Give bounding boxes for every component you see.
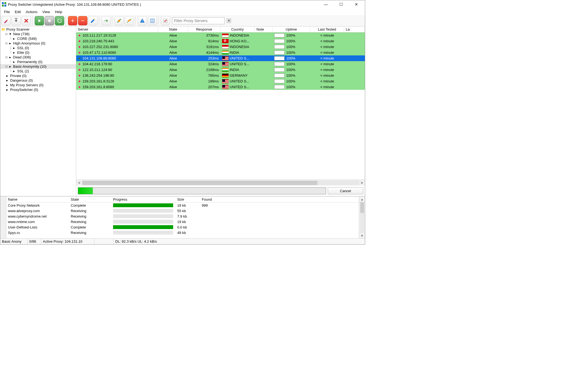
wizard-button[interactable]	[1, 16, 11, 25]
svg-rect-3	[4, 5, 6, 7]
stop-button[interactable]	[45, 16, 54, 25]
tree-basic-anon[interactable]: ⊟▸Basic Anonymity (10)	[0, 64, 76, 69]
col-state[interactable]: State	[158, 26, 188, 32]
table-row[interactable]: 103.111.217.19:3128Alive3730msINDONESIA1…	[76, 32, 365, 38]
menu-actions[interactable]: Actions	[23, 9, 40, 14]
download-row[interactable]: www.cybersyndrome.netReceiving7.9 kb	[6, 213, 359, 219]
proxy-status-icon	[78, 45, 81, 49]
main-progress-bar	[78, 187, 326, 194]
col-last-tested[interactable]: Last Tested	[310, 26, 344, 32]
folder-icon: ▸	[12, 51, 16, 55]
col-la[interactable]: La	[344, 26, 365, 32]
delete-button[interactable]	[22, 16, 31, 25]
maximize-button[interactable]: ☐	[336, 1, 346, 7]
tree-dangerous[interactable]: ▸Dangerous (0)	[0, 78, 76, 83]
warning-button[interactable]: !	[138, 16, 147, 25]
cancel-button[interactable]: Cancel	[328, 187, 363, 194]
connect-button[interactable]	[114, 16, 124, 25]
menu-file[interactable]: File	[2, 9, 12, 14]
tree-ssl2[interactable]: └▸SSL (2)	[0, 69, 76, 73]
tree-high-anon[interactable]: ⊟▸High Anonymous (0)	[0, 41, 76, 46]
disconnect-button[interactable]	[125, 16, 134, 25]
table-row[interactable]: 159.203.161.8:3128Alive199msUNITED S...1…	[76, 78, 365, 84]
bcol-size[interactable]: Size	[176, 197, 200, 202]
proxy-status-icon	[78, 34, 81, 37]
folder-icon: ▸	[5, 88, 9, 92]
menu-help[interactable]: Help	[53, 9, 64, 14]
app-icon	[2, 2, 6, 7]
download-row[interactable]: Spys.ruReceiving49 kb	[6, 230, 359, 235]
list-button[interactable]	[148, 16, 157, 25]
download-button[interactable]	[11, 16, 21, 25]
col-note[interactable]: Note	[255, 26, 273, 32]
download-progress	[113, 214, 173, 218]
table-row[interactable]: 136.243.254.196:80Alive785msGERMANY100%<…	[76, 73, 365, 78]
table-row[interactable]: 103.47.172.110:8080Alive4144msINDIA100%<…	[76, 50, 365, 55]
bcol-state[interactable]: State	[69, 197, 111, 202]
proxy-status-icon	[78, 74, 81, 77]
proxy-status-icon	[78, 40, 81, 43]
grid-header: Server State Response Country Note Uptim…	[76, 26, 365, 32]
scroll-left-button[interactable]: <	[76, 180, 82, 186]
remove-button[interactable]	[78, 16, 87, 25]
check-button[interactable]	[161, 16, 170, 25]
tree-new[interactable]: ⊟✦New (738)	[0, 32, 76, 36]
table-row[interactable]: 104.131.109.66:8080Alive253msUNITED S...…	[76, 55, 365, 61]
refresh-button[interactable]	[55, 16, 64, 25]
scroll-up-button[interactable]: ▲	[361, 197, 364, 202]
col-response[interactable]: Response	[188, 26, 220, 32]
uptime-bar	[274, 56, 285, 60]
download-progress	[113, 220, 173, 224]
bottom-panel: Name State Progress Size Found Core Prox…	[0, 196, 365, 238]
download-row[interactable]: www.aliveproxy.comReceiving55 kb	[6, 208, 359, 213]
tree-dead[interactable]: ⊟▸Dead (308)	[0, 55, 76, 60]
horizontal-scrollbar[interactable]: < >	[76, 180, 365, 186]
tree-elite[interactable]: └▸Elite (0)	[0, 50, 76, 55]
col-server[interactable]: Server	[76, 26, 158, 32]
filter-clear-button[interactable]: ✕	[226, 18, 231, 23]
tree-perm[interactable]: └▸Permanently (0)	[0, 60, 76, 64]
scroll-right-button[interactable]: >	[359, 180, 365, 186]
tree-ssl1[interactable]: ├▸SSL (0)	[0, 46, 76, 50]
filter-input[interactable]	[172, 18, 224, 23]
grid-body[interactable]: 103.111.217.19:3128Alive3730msINDONESIA1…	[76, 32, 365, 180]
table-row[interactable]: 103.218.240.75:443Alive914msHONG KO...10…	[76, 38, 365, 44]
download-progress	[113, 209, 173, 213]
proxy-status-icon	[78, 51, 81, 54]
play-button[interactable]	[35, 16, 44, 25]
download-row[interactable]: Core Proxy NetworkComplete18 kb999	[6, 203, 359, 208]
scroll-track[interactable]	[82, 181, 359, 185]
tree-my-proxy[interactable]: ▸My Proxy Servers (0)	[0, 83, 76, 87]
tree-private[interactable]: ▸Private (0)	[0, 73, 76, 78]
col-country[interactable]: Country	[220, 26, 255, 32]
download-progress	[113, 225, 173, 229]
edit-button[interactable]	[88, 16, 97, 25]
folder-icon: 📁	[1, 28, 5, 31]
tree-proxyswitcher[interactable]: ▸ProxySwitcher (0)	[0, 87, 76, 92]
minimize-button[interactable]: —	[321, 1, 330, 7]
bcol-name[interactable]: Name	[6, 197, 69, 202]
bottom-vertical-scrollbar[interactable]: ▲ ▼	[359, 197, 365, 238]
table-row[interactable]: 122.15.211.124:80Alive2199msINDIA100%< m…	[76, 67, 365, 73]
col-uptime[interactable]: Uptime	[273, 26, 310, 32]
menu-view[interactable]: View	[40, 9, 52, 14]
download-row[interactable]: www.nntime.comReceiving19 kb	[6, 219, 359, 224]
download-row[interactable]: User-Defined-ListsComplete0.0 kb	[6, 224, 359, 230]
bcol-found[interactable]: Found	[200, 197, 225, 202]
add-button[interactable]	[68, 16, 77, 25]
tree-core[interactable]: └▸CORE (549)	[0, 36, 76, 41]
table-row[interactable]: 104.42.216.178:80Alive324msUNITED S...10…	[76, 61, 365, 67]
close-button[interactable]: ✕	[352, 1, 361, 7]
scroll-down-button[interactable]: ▼	[361, 233, 364, 238]
bcol-progress[interactable]: Progress	[111, 197, 176, 202]
svg-point-5	[8, 18, 8, 19]
table-row[interactable]: 159.203.161.8:8080Alive207msUNITED S...1…	[76, 84, 365, 90]
menubar: File Edit Actions View Help	[0, 8, 365, 15]
folder-icon: ▸	[5, 74, 9, 78]
next-button[interactable]	[101, 16, 111, 25]
menu-edit[interactable]: Edit	[13, 9, 23, 14]
tree-root[interactable]: 📁Proxy Scanner	[0, 27, 76, 32]
table-row[interactable]: 103.227.252.231:8080Alive3191msINDONESIA…	[76, 44, 365, 50]
scroll-thumb[interactable]	[82, 181, 317, 185]
scroll-thumb[interactable]	[360, 202, 364, 213]
